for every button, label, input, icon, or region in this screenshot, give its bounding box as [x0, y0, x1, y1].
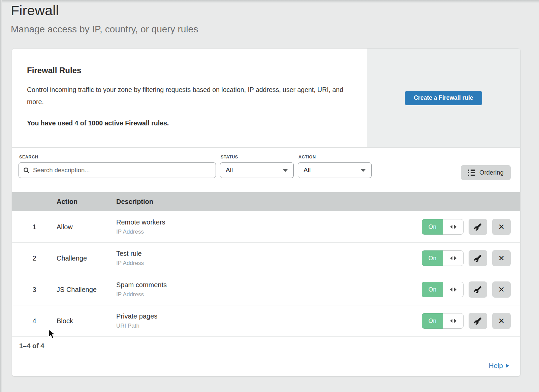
- close-icon: ✕: [498, 223, 505, 231]
- action-filter: ACTION All: [298, 155, 372, 178]
- rule-action: Block: [57, 317, 116, 325]
- close-icon: ✕: [498, 286, 505, 294]
- rule-match-type: IP Address: [116, 229, 422, 235]
- action-column-header: Action: [57, 198, 116, 206]
- rule-priority: 3: [12, 286, 57, 294]
- rule-description: Remote workers: [116, 218, 422, 226]
- rule-description-cell: Private pages URI Path: [116, 312, 422, 329]
- help-link[interactable]: Help: [489, 362, 509, 370]
- close-icon: ✕: [498, 317, 505, 325]
- rule-action: JS Challenge: [57, 286, 116, 294]
- edit-rule-button[interactable]: [469, 219, 487, 235]
- list-ordering-icon: [468, 170, 475, 176]
- help-link-label: Help: [489, 362, 503, 370]
- rule-description: Spam comments: [116, 281, 422, 289]
- card-footer: Help: [12, 355, 520, 376]
- arrow-left-icon: [450, 256, 452, 260]
- toggle-on-state[interactable]: On: [422, 313, 443, 329]
- rule-controls: On ✕: [422, 313, 520, 329]
- status-select[interactable]: All: [220, 162, 294, 178]
- wrench-icon: [474, 223, 482, 231]
- arrow-left-icon: [450, 288, 452, 292]
- page-subtitle: Manage access by IP, country, or query r…: [11, 24, 198, 35]
- delete-rule-button[interactable]: ✕: [492, 250, 511, 266]
- toggle-handle[interactable]: [443, 219, 464, 235]
- delete-rule-button[interactable]: ✕: [492, 281, 511, 298]
- arrow-right-icon: [454, 288, 456, 292]
- arrow-left-icon: [450, 225, 452, 229]
- status-selected-value: All: [226, 167, 233, 174]
- wrench-icon: [474, 286, 482, 294]
- search-label: SEARCH: [19, 155, 216, 159]
- rule-action: Challenge: [57, 254, 116, 262]
- description-column-header: Description: [116, 198, 520, 206]
- rule-toggle: On: [422, 282, 464, 297]
- table-row: 3 JS Challenge Spam comments IP Address …: [12, 274, 520, 305]
- wrench-icon: [474, 254, 482, 262]
- rule-description: Test rule: [116, 250, 422, 258]
- edit-rule-button[interactable]: [469, 250, 487, 266]
- create-firewall-rule-button[interactable]: Create a Firewall rule: [405, 91, 482, 105]
- create-rule-panel: Create a Firewall rule: [367, 49, 520, 147]
- rule-controls: On ✕: [422, 219, 520, 235]
- toggle-on-state[interactable]: On: [422, 282, 443, 297]
- edit-rule-button[interactable]: [469, 281, 487, 298]
- ordering-button[interactable]: Ordering: [461, 165, 511, 180]
- rule-description: Private pages: [116, 312, 422, 320]
- rule-priority: 2: [12, 254, 57, 262]
- action-label: ACTION: [298, 155, 372, 159]
- search-input[interactable]: [33, 167, 211, 174]
- arrow-right-icon: [454, 225, 456, 229]
- rules-usage-text: You have used 4 of 1000 active Firewall …: [27, 119, 347, 127]
- search-filter: SEARCH: [19, 155, 216, 178]
- rule-controls: On ✕: [422, 250, 520, 266]
- filters-bar: SEARCH STATUS All ACTION All: [12, 148, 520, 192]
- delete-rule-button[interactable]: ✕: [492, 219, 511, 235]
- firewall-rules-card: Firewall Rules Control incoming traffic …: [12, 48, 520, 376]
- rule-priority: 1: [12, 223, 57, 231]
- rule-controls: On ✕: [422, 281, 520, 298]
- page-title: Firewall: [11, 3, 198, 19]
- rule-toggle: On: [422, 313, 464, 329]
- rule-action: Allow: [57, 223, 116, 231]
- action-select[interactable]: All: [298, 162, 372, 178]
- chevron-down-icon: [360, 169, 366, 172]
- arrow-right-icon: [506, 364, 509, 368]
- rule-description-cell: Remote workers IP Address: [116, 218, 422, 235]
- status-filter: STATUS All: [220, 155, 294, 178]
- table-row: 1 Allow Remote workers IP Address On ✕: [12, 211, 520, 243]
- rule-priority: 4: [12, 317, 57, 325]
- table-header: Action Description: [12, 192, 520, 211]
- chevron-down-icon: [283, 169, 288, 172]
- rule-toggle: On: [422, 219, 464, 235]
- toggle-on-state[interactable]: On: [422, 250, 443, 266]
- rule-match-type: IP Address: [116, 291, 422, 298]
- toggle-on-state[interactable]: On: [422, 219, 443, 235]
- toggle-handle[interactable]: [443, 313, 464, 329]
- delete-rule-button[interactable]: ✕: [492, 313, 511, 329]
- action-selected-value: All: [304, 167, 311, 174]
- arrow-right-icon: [454, 319, 456, 323]
- toggle-handle[interactable]: [443, 250, 464, 266]
- status-label: STATUS: [221, 155, 294, 159]
- table-row: 2 Challenge Test rule IP Address On ✕: [12, 243, 520, 274]
- card-description: Control incoming traffic to your zone by…: [27, 84, 347, 108]
- window-left-edge: [0, 0, 2, 392]
- intro-text-block: Firewall Rules Control incoming traffic …: [12, 49, 367, 147]
- pagination-status: 1–4 of 4: [12, 337, 520, 355]
- rule-toggle: On: [422, 250, 464, 266]
- close-icon: ✕: [498, 254, 505, 262]
- toggle-handle[interactable]: [443, 282, 464, 297]
- search-box[interactable]: [19, 162, 216, 178]
- rule-match-type: IP Address: [116, 260, 422, 267]
- wrench-icon: [474, 317, 482, 325]
- search-icon: [23, 167, 30, 174]
- edit-rule-button[interactable]: [469, 313, 487, 329]
- ordering-button-label: Ordering: [479, 169, 504, 176]
- table-row: 4 Block Private pages URI Path On ✕: [12, 305, 520, 337]
- rule-match-type: URI Path: [116, 323, 422, 329]
- rule-description-cell: Test rule IP Address: [116, 250, 422, 267]
- page-header: Firewall Manage access by IP, country, o…: [11, 3, 198, 35]
- arrow-right-icon: [454, 256, 456, 260]
- card-title: Firewall Rules: [27, 66, 347, 75]
